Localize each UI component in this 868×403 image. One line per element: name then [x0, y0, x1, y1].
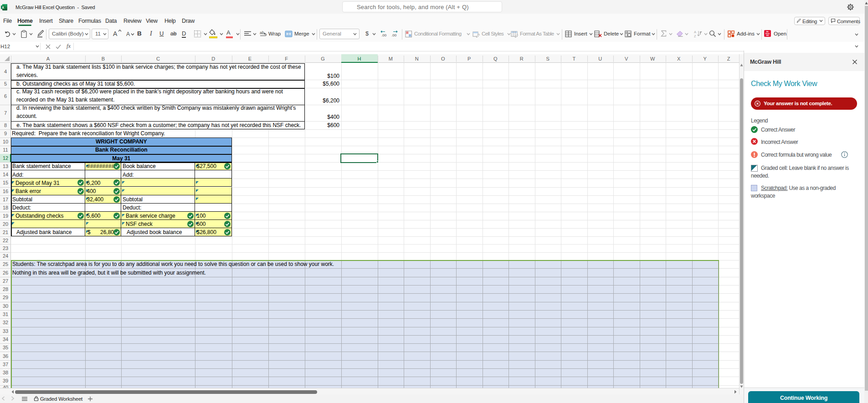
svg-text:ab: ab	[260, 31, 264, 35]
svg-text:.00: .00	[391, 33, 397, 37]
svg-text:.00: .00	[381, 33, 387, 37]
svg-text:Hill: Hill	[766, 35, 769, 36]
svg-text:Z: Z	[694, 34, 696, 38]
svg-text:X: X	[2, 5, 4, 10]
